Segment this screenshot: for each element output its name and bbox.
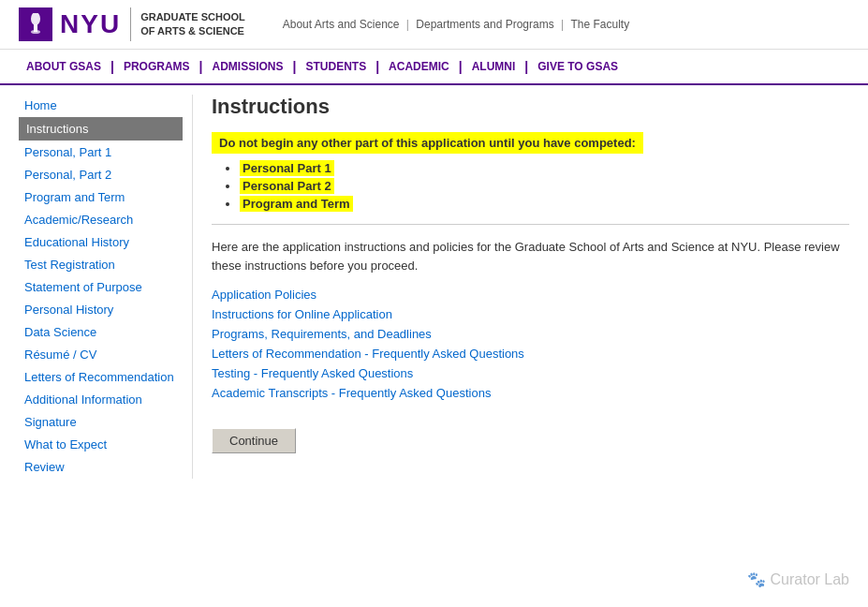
link-transcripts-faq[interactable]: Academic Transcripts - Frequently Asked … xyxy=(212,386,849,400)
sidebar-item-additional-info[interactable]: Additional Information xyxy=(19,389,183,410)
about-arts-link[interactable]: About Arts and Science xyxy=(283,18,400,31)
svg-point-2 xyxy=(31,30,40,34)
sidebar-item-data-science[interactable]: Data Science xyxy=(19,321,183,343)
sidebar-item-review[interactable]: Review xyxy=(19,456,183,478)
logo-divider xyxy=(130,7,131,41)
sep2: | xyxy=(561,18,566,31)
faculty-link[interactable]: The Faculty xyxy=(571,18,630,31)
link-lor-faq[interactable]: Letters of Recommendation - Frequently A… xyxy=(212,347,849,361)
link-programs-requirements[interactable]: Programs, Requirements, and Deadlines xyxy=(212,327,849,341)
main-area: Home Instructions Personal, Part 1 Perso… xyxy=(0,85,868,488)
nav-admissions[interactable]: ADMISSIONS xyxy=(205,49,291,84)
bullet-personal-part2: Personal Part 2 xyxy=(240,179,849,193)
nav-sep-2: | xyxy=(198,59,205,74)
nav-programs[interactable]: PROGRAMS xyxy=(116,49,198,84)
nav-give-to-gsas[interactable]: GIVE TO GSAS xyxy=(530,49,625,84)
sidebar-item-what-to-expect[interactable]: What to Expect xyxy=(19,434,183,455)
top-links: About Arts and Science | Departments and… xyxy=(283,18,629,31)
warning-text: Do not begin any other part of this appl… xyxy=(212,132,643,154)
school-name: GRADUATE SCHOOL OF ARTS & SCIENCE xyxy=(140,10,245,39)
continue-button[interactable]: Continue xyxy=(212,428,296,453)
sidebar-item-program-term[interactable]: Program and Term xyxy=(19,186,183,208)
highlighted-bullets: Personal Part 1 Personal Part 2 Program … xyxy=(240,161,849,211)
content-divider xyxy=(212,224,849,225)
sidebar-item-educational-history[interactable]: Educational History xyxy=(19,231,183,253)
sep1: | xyxy=(406,18,412,31)
content-links: Application Policies Instructions for On… xyxy=(212,288,849,400)
nav-sep-6: | xyxy=(522,59,530,74)
nav-about-gsas[interactable]: ABOUT GSAS xyxy=(19,49,109,84)
nav-sep-5: | xyxy=(457,59,464,74)
nav-sep-4: | xyxy=(374,59,381,74)
sidebar-item-personal-part2[interactable]: Personal, Part 2 xyxy=(19,164,183,185)
bullet-personal-part1: Personal Part 1 xyxy=(240,161,849,175)
nyu-logo: NYU xyxy=(60,9,121,39)
nav-sep-1: | xyxy=(109,59,116,74)
link-instructions-online[interactable]: Instructions for Online Application xyxy=(212,307,849,321)
nav-students[interactable]: STUDENTS xyxy=(298,49,374,84)
sidebar-item-instructions[interactable]: Instructions xyxy=(19,117,183,141)
sidebar-item-resume-cv[interactable]: Résumé / CV xyxy=(19,344,183,365)
departments-link[interactable]: Departments and Programs xyxy=(416,18,553,31)
nav-academic[interactable]: ACADEMIC xyxy=(381,49,457,84)
sidebar: Home Instructions Personal, Part 1 Perso… xyxy=(19,95,192,479)
sidebar-item-signature[interactable]: Signature xyxy=(19,411,183,433)
torch-icon xyxy=(19,7,52,41)
page-title: Instructions xyxy=(212,95,849,119)
sidebar-item-home[interactable]: Home xyxy=(19,95,183,116)
description-text: Here are the application instructions an… xyxy=(212,238,849,274)
content-area: Instructions Do not begin any other part… xyxy=(192,95,849,479)
logo-area: NYU GRADUATE SCHOOL OF ARTS & SCIENCE xyxy=(19,7,245,41)
nav-bar: ABOUT GSAS | PROGRAMS | ADMISSIONS | STU… xyxy=(0,50,868,85)
sidebar-item-academic-research[interactable]: Academic/Research xyxy=(19,209,183,230)
svg-point-0 xyxy=(31,13,40,25)
nav-alumni[interactable]: ALUMNI xyxy=(464,49,523,84)
sidebar-item-letters[interactable]: Letters of Recommendation xyxy=(19,366,183,388)
sidebar-item-test-registration[interactable]: Test Registration xyxy=(19,254,183,275)
bullet-program-term: Program and Term xyxy=(240,197,849,211)
sidebar-item-personal-history[interactable]: Personal History xyxy=(19,299,183,320)
link-testing-faq[interactable]: Testing - Frequently Asked Questions xyxy=(212,366,849,380)
sidebar-item-statement-purpose[interactable]: Statement of Purpose xyxy=(19,276,183,298)
link-application-policies[interactable]: Application Policies xyxy=(212,288,849,302)
sidebar-item-personal-part1[interactable]: Personal, Part 1 xyxy=(19,141,183,163)
nav-sep-3: | xyxy=(291,59,299,74)
top-bar: NYU GRADUATE SCHOOL OF ARTS & SCIENCE Ab… xyxy=(0,0,868,50)
